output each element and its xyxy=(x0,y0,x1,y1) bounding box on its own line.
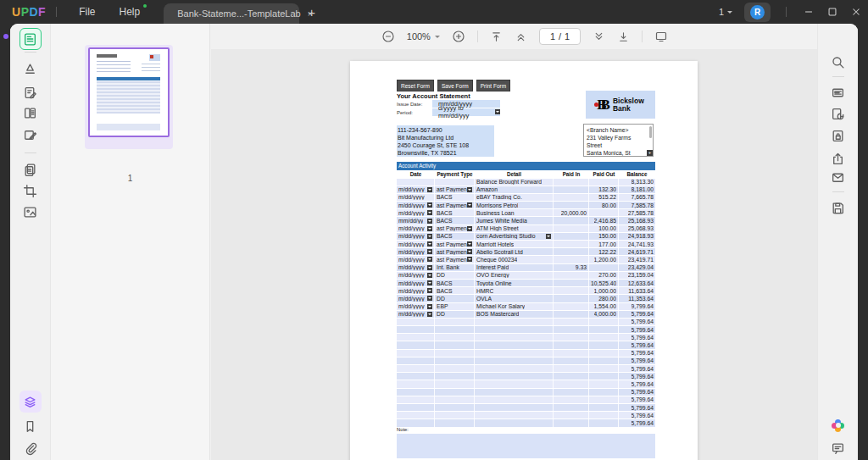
cell-balance[interactable]: 12,633.64 xyxy=(619,280,655,286)
period-field[interactable]: d/yyyy to mm/dd/yyy xyxy=(432,108,500,117)
cell-date[interactable] xyxy=(397,365,435,372)
cell-date[interactable]: m/dd/yyyy xyxy=(397,186,435,193)
cell-paid-in[interactable] xyxy=(554,319,589,325)
cell-paid-in[interactable] xyxy=(554,326,589,333)
close-button[interactable] xyxy=(844,0,868,24)
cell-detail[interactable]: BOS Mastercard xyxy=(475,311,554,318)
field-dropdown-icon[interactable] xyxy=(427,249,432,254)
cell-date[interactable]: m/dd/yyyy xyxy=(397,225,435,232)
cell-date[interactable]: m/dd/yyyy xyxy=(397,248,435,255)
menu-file[interactable]: File xyxy=(67,0,107,24)
cell-paid-out[interactable] xyxy=(589,373,619,380)
cell-paid-in[interactable] xyxy=(554,412,589,418)
cell-payment-type[interactable] xyxy=(435,404,475,411)
cell-payment-type[interactable]: ast Paymen xyxy=(435,186,475,193)
cell-balance[interactable]: 11,633.64 xyxy=(619,287,655,294)
cell-paid-in[interactable]: 9.33 xyxy=(554,264,589,271)
cell-balance[interactable]: 5,799.64 xyxy=(619,341,655,348)
cell-detail[interactable]: Cheque 000234 xyxy=(475,256,554,263)
cell-payment-type[interactable] xyxy=(435,350,475,357)
cell-paid-out[interactable] xyxy=(589,357,619,364)
field-dropdown-icon[interactable] xyxy=(427,280,432,285)
cell-paid-out[interactable] xyxy=(589,264,619,271)
field-dropdown-icon[interactable] xyxy=(427,312,432,317)
cell-balance[interactable]: 25,068.93 xyxy=(619,225,655,232)
cell-balance[interactable]: 23,419.71 xyxy=(619,256,655,263)
cell-paid-in[interactable] xyxy=(554,248,589,255)
cell-balance[interactable]: 5,799.64 xyxy=(619,357,655,364)
cell-detail[interactable]: Jumes White Media xyxy=(475,217,554,224)
cell-balance[interactable]: 7,585.78 xyxy=(619,202,655,208)
cell-detail[interactable]: OVO Energy xyxy=(475,272,554,279)
field-dropdown-icon[interactable] xyxy=(467,202,472,208)
cell-balance[interactable]: 24,918.93 xyxy=(619,233,655,240)
cell-paid-in[interactable] xyxy=(554,202,589,208)
cell-balance[interactable]: 11,353.64 xyxy=(619,295,655,302)
cell-balance[interactable]: 23,429.04 xyxy=(619,264,655,271)
cell-paid-in[interactable] xyxy=(554,225,589,232)
cell-detail[interactable]: corn Advertising Studio xyxy=(475,233,554,240)
cell-payment-type[interactable]: BACS xyxy=(435,233,475,240)
convert-icon[interactable] xyxy=(827,103,849,125)
cell-paid-in[interactable] xyxy=(554,404,589,411)
cell-payment-type[interactable] xyxy=(435,357,475,364)
cell-paid-in[interactable] xyxy=(554,357,589,364)
cell-payment-type[interactable] xyxy=(435,319,475,325)
cell-paid-out[interactable] xyxy=(589,412,619,418)
organize-pages-icon[interactable] xyxy=(19,102,42,124)
cell-paid-out[interactable]: 132.30 xyxy=(589,186,619,193)
cell-payment-type[interactable] xyxy=(435,412,475,418)
crop-icon[interactable] xyxy=(19,180,42,202)
window-count-dropdown[interactable]: 1 xyxy=(712,7,739,17)
cell-payment-type[interactable]: ast Paymen xyxy=(435,225,475,232)
cell-paid-in[interactable] xyxy=(554,389,589,396)
cell-balance[interactable]: 9,799.64 xyxy=(619,303,655,310)
branch-expand-icon[interactable]: + xyxy=(647,150,653,156)
cell-date[interactable] xyxy=(397,373,435,380)
cell-detail[interactable]: OVLA xyxy=(475,295,554,302)
cell-payment-type[interactable] xyxy=(435,396,475,403)
field-dropdown-icon[interactable] xyxy=(427,226,432,231)
cell-payment-type[interactable]: BACS xyxy=(435,217,475,224)
cell-date[interactable] xyxy=(397,334,435,341)
cell-paid-out[interactable]: 1,000.00 xyxy=(589,287,619,294)
period-dropdown-icon[interactable] xyxy=(495,109,500,114)
print-form-button[interactable]: Print Form xyxy=(476,80,510,91)
cell-date[interactable] xyxy=(397,380,435,387)
cell-payment-type[interactable]: ast Paymen xyxy=(435,248,475,255)
cell-detail[interactable] xyxy=(475,389,554,396)
cell-balance[interactable]: 5,799.64 xyxy=(619,326,655,333)
cell-date[interactable] xyxy=(397,404,435,411)
cell-detail[interactable]: Toyota Online xyxy=(475,280,554,286)
cell-paid-in[interactable] xyxy=(554,217,589,224)
cell-paid-out[interactable] xyxy=(589,404,619,411)
cell-payment-type[interactable] xyxy=(435,419,475,426)
cell-paid-in[interactable] xyxy=(554,341,589,348)
field-dropdown-icon[interactable] xyxy=(427,219,432,224)
field-dropdown-icon[interactable] xyxy=(467,249,472,254)
cell-paid-in[interactable] xyxy=(554,303,589,310)
page-tools-icon[interactable] xyxy=(19,158,42,180)
cell-date[interactable]: m/dd/yyyy xyxy=(397,194,435,201)
new-tab-button[interactable]: + xyxy=(308,5,315,19)
cell-balance[interactable]: 5,799.64 xyxy=(619,419,655,426)
cell-payment-type[interactable] xyxy=(435,341,475,348)
cell-date[interactable] xyxy=(397,412,435,418)
cell-payment-type[interactable]: DD xyxy=(435,311,475,318)
cell-paid-out[interactable]: 515.22 xyxy=(589,194,619,201)
cell-date[interactable] xyxy=(397,396,435,403)
cell-paid-out[interactable] xyxy=(589,179,619,186)
save-form-button[interactable]: Save Form xyxy=(437,80,473,91)
maximize-button[interactable] xyxy=(821,0,844,24)
cell-paid-out[interactable] xyxy=(589,419,619,426)
cell-date[interactable] xyxy=(397,326,435,333)
field-dropdown-icon[interactable] xyxy=(427,265,432,270)
reader-mode-icon[interactable] xyxy=(19,28,42,50)
fill-sign-icon[interactable] xyxy=(19,124,42,146)
cell-payment-type[interactable]: EBP xyxy=(435,303,475,310)
field-dropdown-icon[interactable] xyxy=(467,241,472,247)
cell-date[interactable] xyxy=(397,389,435,396)
field-dropdown-icon[interactable] xyxy=(427,257,432,262)
zoom-in-button[interactable] xyxy=(452,30,465,43)
presentation-mode-button[interactable] xyxy=(654,30,668,43)
